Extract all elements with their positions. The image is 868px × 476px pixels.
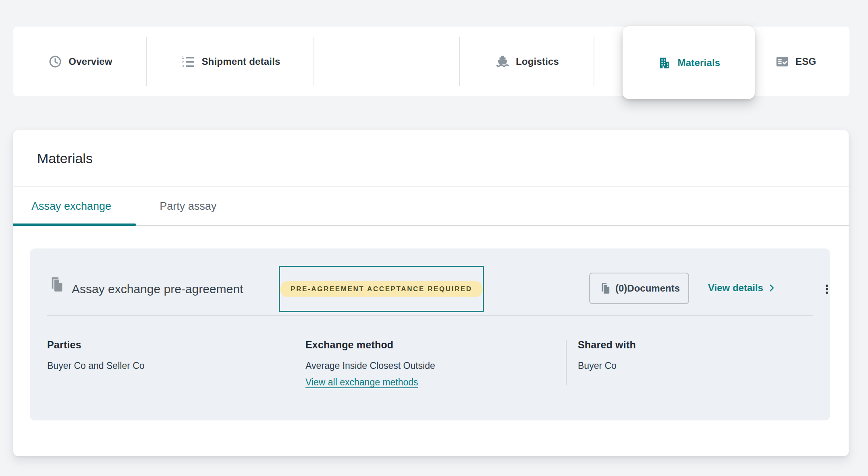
svg-text:2: 2: [182, 59, 184, 64]
svg-text:3: 3: [182, 64, 184, 68]
field-parties-value: Buyer Co and Seller Co: [47, 360, 145, 371]
shipment-top-navbar: Overview 1 2 3 Shipment details: [13, 27, 849, 96]
view-details-link[interactable]: View details: [708, 282, 777, 294]
chevron-right-icon: [766, 283, 777, 293]
tab-materials-slot: Materials: [314, 27, 460, 96]
kebab-menu-icon: [821, 283, 833, 295]
fact-check-icon: [775, 54, 789, 69]
field-exchange-method-label: Exchange method: [305, 339, 435, 351]
documents-count-button[interactable]: (0)Documents: [589, 273, 689, 304]
view-details-label: View details: [708, 282, 763, 294]
tab-overview-label: Overview: [69, 56, 112, 67]
numbered-list-icon: 1 2 3: [181, 54, 195, 69]
file-copy-icon: [47, 275, 65, 293]
tab-esg[interactable]: ESG: [741, 27, 849, 96]
file-copy-icon: [598, 282, 611, 295]
tab-assay-exchange[interactable]: Assay exchange: [31, 200, 111, 213]
column-divider: [566, 340, 567, 385]
field-shared-with-label: Shared with: [578, 339, 636, 351]
field-exchange-method-value: Average Inside Closest Outside: [305, 360, 435, 371]
agreement-row-divider: [47, 315, 813, 316]
field-parties-label: Parties: [47, 339, 145, 351]
tab-logistics[interactable]: Logistics: [460, 27, 594, 96]
documents-count-label: (0)Documents: [615, 283, 680, 294]
svg-text:1: 1: [182, 55, 184, 60]
ship-icon: [495, 54, 510, 69]
status-badge: PRE-AGREEMENT ACCEPTANCE REQUIRED: [280, 281, 482, 297]
clock-icon: [48, 54, 62, 69]
field-exchange-method: Exchange method Average Inside Closest O…: [305, 339, 435, 388]
tab-logistics-label: Logistics: [516, 56, 559, 67]
tab-materials-label: Materials: [678, 57, 721, 68]
assay-exchange-agreement-card: Assay exchange pre-agreement PRE-AGREEME…: [30, 248, 830, 420]
materials-tabs: Assay exchange Party assay: [13, 187, 849, 226]
more-options-button[interactable]: [817, 279, 837, 299]
agreement-title: Assay exchange pre-agreement: [72, 282, 243, 296]
field-shared-with: Shared with Buyer Co: [578, 339, 636, 371]
view-all-exchange-methods-link[interactable]: View all exchange methods: [305, 377, 418, 388]
page-title: Materials: [37, 151, 93, 166]
field-shared-with-value: Buyer Co: [578, 360, 636, 371]
materials-panel-header: Materials: [13, 130, 849, 187]
tab-party-assay[interactable]: Party assay: [160, 200, 216, 213]
status-badge-highlight-box: PRE-AGREEMENT ACCEPTANCE REQUIRED: [279, 266, 484, 312]
tab-shipment-details[interactable]: 1 2 3 Shipment details: [147, 27, 314, 96]
tab-materials[interactable]: Materials: [623, 26, 755, 99]
building-icon: [657, 56, 672, 70]
agreement-header-row: Assay exchange pre-agreement PRE-AGREEME…: [30, 248, 830, 315]
tab-shipment-details-label: Shipment details: [201, 56, 280, 67]
field-parties: Parties Buyer Co and Seller Co: [47, 339, 145, 371]
tab-esg-label: ESG: [795, 56, 816, 67]
tab-overview[interactable]: Overview: [13, 27, 147, 96]
materials-panel: Materials Assay exchange Party assay Ass…: [13, 130, 849, 456]
active-tab-underline: [13, 224, 136, 226]
